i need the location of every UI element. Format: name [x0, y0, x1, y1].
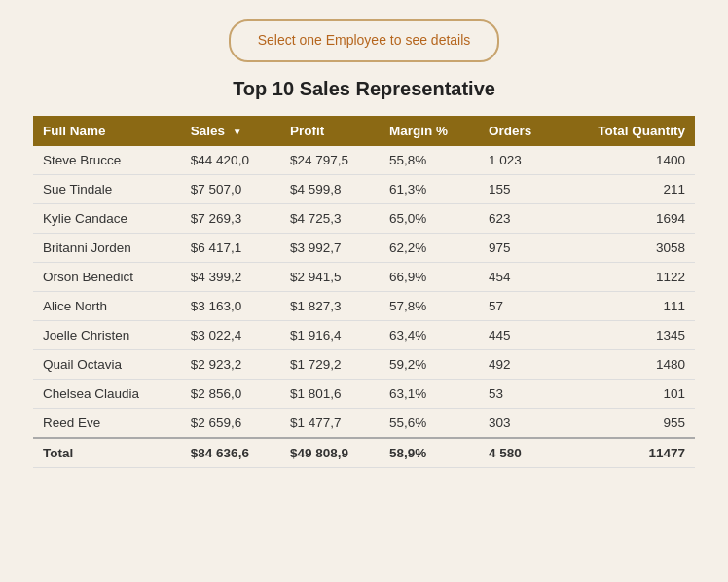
col-header-orders: Orders: [479, 116, 559, 146]
cell-profit: $1 729,2: [280, 349, 380, 379]
table-row[interactable]: Alice North $3 163,0 $1 827,3 57,8% 57 1…: [33, 291, 695, 320]
cell-quantity: 3058: [559, 233, 695, 262]
cell-sales: $7 507,0: [181, 174, 280, 203]
cell-profit: $4 599,8: [280, 174, 380, 203]
col-header-name: Full Name: [33, 116, 181, 146]
cell-profit: $1 916,4: [280, 320, 380, 349]
cell-profit: $1 827,3: [280, 291, 380, 320]
cell-orders: 1 023: [479, 146, 559, 175]
cell-name: Alice North: [33, 291, 181, 320]
table-row[interactable]: Chelsea Claudia $2 856,0 $1 801,6 63,1% …: [33, 379, 695, 408]
cell-sales: $4 399,2: [181, 262, 280, 291]
cell-name: Joelle Christen: [33, 320, 181, 349]
sort-icon: ▼: [233, 127, 242, 137]
cell-sales: $7 269,3: [181, 203, 280, 233]
cell-total-name: Total: [33, 438, 181, 468]
cell-profit: $1 801,6: [280, 379, 380, 408]
section-title: Top 10 Sales Representative: [233, 78, 495, 100]
cell-margin: 62,2%: [380, 233, 479, 262]
cell-quantity: 1480: [559, 349, 695, 379]
cell-name: Orson Benedict: [33, 262, 181, 291]
cell-sales: $2 659,6: [181, 408, 280, 438]
col-header-quantity: Total Quantity: [559, 116, 695, 146]
table-row[interactable]: Reed Eve $2 659,6 $1 477,7 55,6% 303 955: [33, 408, 695, 438]
sales-table: Full Name Sales ▼ Profit Margin % Orders…: [33, 116, 695, 468]
cell-quantity: 1122: [559, 262, 695, 291]
cell-profit: $4 725,3: [280, 203, 380, 233]
cell-margin: 66,9%: [380, 262, 479, 291]
cell-orders: 623: [479, 203, 559, 233]
table-row[interactable]: Quail Octavia $2 923,2 $1 729,2 59,2% 49…: [33, 349, 695, 379]
main-container: Select one Employee to see details Top 1…: [33, 19, 695, 468]
col-header-margin: Margin %: [380, 116, 479, 146]
cell-sales: $2 923,2: [181, 349, 280, 379]
cell-orders: 492: [479, 349, 559, 379]
cell-margin: 63,1%: [380, 379, 479, 408]
cell-orders: 975: [479, 233, 559, 262]
cell-profit: $2 941,5: [280, 262, 380, 291]
cell-quantity: 211: [559, 174, 695, 203]
select-employee-label: Select one Employee to see details: [258, 32, 471, 48]
select-employee-box[interactable]: Select one Employee to see details: [229, 19, 500, 62]
cell-orders: 155: [479, 174, 559, 203]
col-header-profit: Profit: [280, 116, 380, 146]
col-header-sales[interactable]: Sales ▼: [181, 116, 280, 146]
table-total-row: Total $84 636,6 $49 808,9 58,9% 4 580 11…: [33, 438, 695, 468]
cell-sales: $2 856,0: [181, 379, 280, 408]
cell-quantity: 1400: [559, 146, 695, 175]
cell-margin: 55,6%: [380, 408, 479, 438]
cell-profit: $3 992,7: [280, 233, 380, 262]
cell-margin: 65,0%: [380, 203, 479, 233]
cell-orders: 445: [479, 320, 559, 349]
cell-name: Steve Brucce: [33, 146, 181, 175]
cell-margin: 61,3%: [380, 174, 479, 203]
table-row[interactable]: Orson Benedict $4 399,2 $2 941,5 66,9% 4…: [33, 262, 695, 291]
cell-sales: $3 163,0: [181, 291, 280, 320]
cell-margin: 57,8%: [380, 291, 479, 320]
cell-total-sales: $84 636,6: [181, 438, 280, 468]
cell-quantity: 101: [559, 379, 695, 408]
table-row[interactable]: Joelle Christen $3 022,4 $1 916,4 63,4% …: [33, 320, 695, 349]
table-row[interactable]: Steve Brucce $44 420,0 $24 797,5 55,8% 1…: [33, 146, 695, 175]
cell-sales: $44 420,0: [181, 146, 280, 175]
cell-total-orders: 4 580: [479, 438, 559, 468]
table-row[interactable]: Sue Tindale $7 507,0 $4 599,8 61,3% 155 …: [33, 174, 695, 203]
cell-name: Sue Tindale: [33, 174, 181, 203]
cell-orders: 303: [479, 408, 559, 438]
cell-profit: $1 477,7: [280, 408, 380, 438]
cell-orders: 53: [479, 379, 559, 408]
cell-orders: 454: [479, 262, 559, 291]
cell-orders: 57: [479, 291, 559, 320]
cell-quantity: 111: [559, 291, 695, 320]
table-row[interactable]: Britanni Jorden $6 417,1 $3 992,7 62,2% …: [33, 233, 695, 262]
table-header-row: Full Name Sales ▼ Profit Margin % Orders…: [33, 116, 695, 146]
cell-name: Reed Eve: [33, 408, 181, 438]
cell-profit: $24 797,5: [280, 146, 380, 175]
cell-quantity: 1694: [559, 203, 695, 233]
cell-name: Chelsea Claudia: [33, 379, 181, 408]
cell-quantity: 955: [559, 408, 695, 438]
cell-sales: $6 417,1: [181, 233, 280, 262]
cell-total-margin: 58,9%: [380, 438, 479, 468]
cell-margin: 55,8%: [380, 146, 479, 175]
cell-name: Quail Octavia: [33, 349, 181, 379]
cell-total-quantity: 11477: [559, 438, 695, 468]
cell-name: Britanni Jorden: [33, 233, 181, 262]
cell-name: Kylie Candace: [33, 203, 181, 233]
cell-margin: 59,2%: [380, 349, 479, 379]
cell-sales: $3 022,4: [181, 320, 280, 349]
cell-total-profit: $49 808,9: [280, 438, 380, 468]
cell-quantity: 1345: [559, 320, 695, 349]
table-row[interactable]: Kylie Candace $7 269,3 $4 725,3 65,0% 62…: [33, 203, 695, 233]
cell-margin: 63,4%: [380, 320, 479, 349]
